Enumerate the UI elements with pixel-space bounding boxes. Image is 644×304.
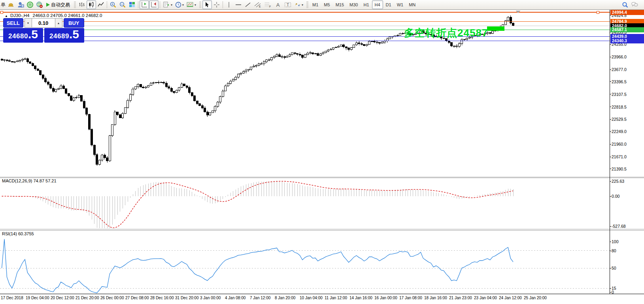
volume-field[interactable]: 0.10 (32, 18, 55, 28)
tf-m30-button[interactable]: M30 (347, 0, 361, 9)
svg-text:E: E (259, 5, 261, 8)
new-order-label[interactable]: 单 (1, 2, 6, 8)
chevron-down-icon: ▾ (195, 3, 196, 7)
toolbar-right-group (620, 0, 640, 9)
buy-price-display[interactable]: 24689.5 (44, 28, 84, 43)
search-icon[interactable] (620, 0, 630, 9)
time-axis-label: 11 Jan 12:00 (325, 296, 347, 300)
signals-icon[interactable] (25, 0, 35, 9)
time-axis-label: 4 Jan 08:00 (225, 296, 246, 300)
horizontal-line-tool-icon[interactable] (234, 0, 243, 9)
shapes-tool-icon[interactable]: ▾ (293, 0, 304, 9)
tf-w1-button[interactable]: W1 (394, 0, 406, 9)
buy-price-frac: .5 (69, 28, 79, 40)
toolbar-separator (107, 1, 107, 8)
line-chart-mode-icon[interactable] (96, 0, 106, 9)
symbol-period-label: DJ30-,H4 (10, 13, 30, 18)
autotrade-label: 自动交易 (51, 2, 70, 8)
price-tick-label: 22818.5 (612, 105, 627, 109)
chart-text-annotation[interactable]: 多空转折点24587 (404, 26, 488, 40)
tf-h4-button[interactable]: H4 (372, 0, 383, 9)
chart-canvas[interactable] (0, 0, 644, 304)
tf-d1-button[interactable]: D1 (383, 0, 394, 9)
text-label-tool-icon[interactable]: T (283, 0, 293, 9)
collapse-triangle-icon[interactable]: ▲ (5, 14, 8, 18)
cursor-tool-icon[interactable] (202, 0, 212, 9)
price-tick-label: 21390.5 (612, 167, 627, 171)
macd-indicator-label: MACD(12,26,9) 74.87 57.21 (2, 178, 57, 183)
fibonacci-tool-icon[interactable]: F (263, 0, 273, 9)
toolbar-drag-handle[interactable] (306, 2, 308, 8)
macd-axis-label: -527.68 (612, 224, 626, 229)
autotrade-button[interactable]: 自动交易 (44, 0, 72, 9)
equidistant-channel-tool-icon[interactable]: E (253, 0, 263, 9)
time-axis-label: 16 Jan 00:00 (374, 296, 397, 300)
text-tool-icon[interactable]: A (273, 0, 283, 9)
mt4-window: 单 自动交易 (0, 0, 644, 304)
zoom-in-icon[interactable] (108, 0, 118, 9)
price-line-badge: 24994.4 (610, 10, 644, 15)
bar-chart-mode-icon[interactable] (77, 0, 87, 9)
sell-button[interactable]: SELL (3, 18, 23, 28)
toolbar-separator (138, 1, 138, 8)
time-axis-label: 24 Jan 12:00 (499, 296, 522, 300)
price-tick-label: 23107.5 (612, 92, 627, 97)
gold-bars-icon[interactable] (6, 0, 16, 9)
toolbar-drag-handle[interactable] (74, 2, 76, 8)
time-axis-label: 20 Dec 12:00 (51, 296, 74, 300)
sell-price-display[interactable]: 24680.5 (3, 28, 43, 43)
chevron-down-icon: ▾ (182, 3, 184, 7)
price-tick-label: 21960.0 (612, 142, 627, 146)
crosshair-tool-icon[interactable] (212, 0, 221, 9)
tf-m5-button[interactable]: M5 (321, 0, 332, 9)
template-icon[interactable]: ▾ (185, 0, 197, 9)
price-tick-label: 22529.5 (612, 117, 627, 122)
time-axis-label: 19 Dec 04:00 (26, 296, 49, 300)
chart-shift-icon[interactable] (140, 0, 149, 9)
profile-icon[interactable] (16, 0, 25, 9)
volume-decrease-button[interactable]: ▼ (25, 18, 32, 28)
time-axis-label: 8 Jan 20:00 (275, 296, 295, 300)
time-axis-label: 31 Dec 20:00 (175, 296, 199, 300)
time-axis-label: 25 Jan 20:00 (524, 296, 547, 300)
sell-price-main: 24680 (8, 32, 28, 40)
time-axis-label: 17 Jan 08:00 (399, 296, 422, 300)
rsi-indicator-label: RSI(14) 60.3755 (2, 231, 34, 236)
time-axis-label: 26 Dec 00:00 (100, 296, 124, 300)
chat-icon[interactable] (630, 0, 640, 9)
price-tick-label: 21671.0 (612, 155, 627, 159)
rsi-axis-label: 100 (612, 240, 619, 244)
new-order-icon[interactable]: ▾ (161, 0, 174, 9)
vertical-line-tool-icon[interactable] (224, 0, 234, 9)
time-axis-label: 21 Jan 23:00 (449, 296, 472, 300)
tile-windows-icon[interactable] (127, 0, 137, 9)
time-axis-label: 28 Dec 16:00 (150, 296, 174, 300)
price-tick-label: 23677.0 (612, 68, 627, 72)
tf-h1-button[interactable]: H1 (361, 0, 372, 9)
toolbar-separator (160, 1, 160, 8)
time-axis-label: 7 Jan 12:00 (250, 296, 270, 300)
tf-mn-button[interactable]: MN (406, 0, 418, 9)
toolbar-drag-handle[interactable] (199, 2, 201, 8)
auto-scroll-icon[interactable] (149, 0, 159, 9)
one-click-trading-panel: SELL ▼ 0.10 ▲ BUY 24680.5 24689.5 (3, 18, 84, 43)
rsi-axis-label: 80 (612, 249, 616, 253)
price-tick-label: 23966.0 (612, 55, 627, 59)
trendline-tool-icon[interactable] (243, 0, 253, 9)
tf-m1-button[interactable]: M1 (310, 0, 321, 9)
market-globe-icon[interactable] (35, 0, 44, 9)
time-axis-label: 27 Dec 08:00 (125, 296, 149, 300)
rsi-axis-label: 50 (612, 266, 616, 270)
time-axis-label: 17 Dec 2018 (1, 296, 23, 300)
timeframe-group: M1 M5 M15 M30 H1 H4 D1 W1 MN (310, 0, 418, 9)
time-axis-label: 3 Jan 00:00 (200, 296, 221, 300)
period-clock-icon[interactable]: ▾ (174, 0, 185, 9)
chevron-down-icon: ▾ (171, 3, 172, 7)
zoom-out-icon[interactable] (118, 0, 127, 9)
candle-chart-mode-icon[interactable] (87, 0, 96, 9)
time-axis-label: 14 Jan 16:00 (349, 296, 372, 300)
macd-axis-label: 225.63 (612, 179, 624, 184)
volume-increase-button[interactable]: ▲ (55, 18, 62, 28)
buy-button[interactable]: BUY (64, 18, 84, 28)
tf-m15-button[interactable]: M15 (333, 0, 347, 9)
